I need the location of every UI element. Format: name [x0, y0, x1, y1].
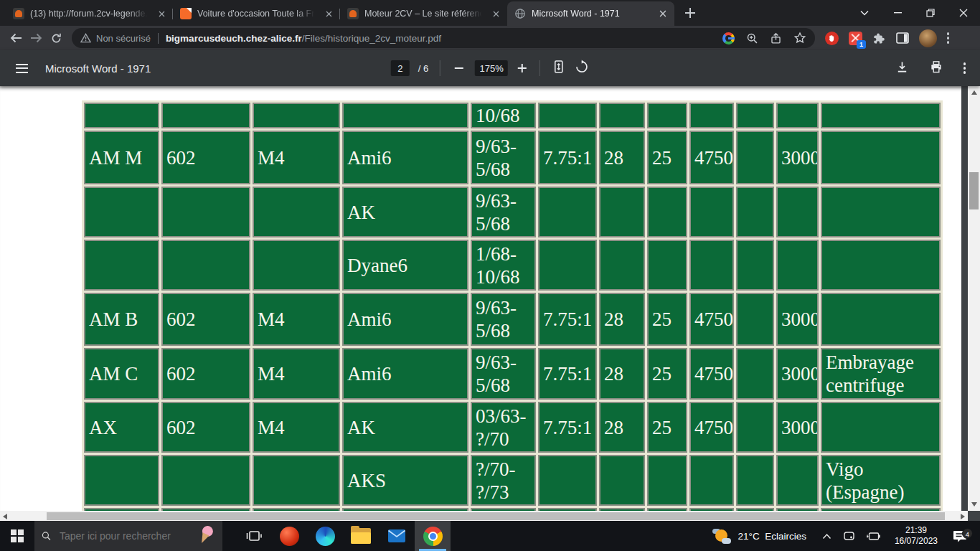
table-row: AM B602M4Ami69/63- 5/687.75:128254750300…: [84, 293, 941, 346]
zoom-out-button[interactable]: [452, 65, 466, 72]
vertical-scrollbar[interactable]: [968, 86, 980, 511]
scroll-up-arrow-icon[interactable]: [971, 90, 977, 95]
tab-close-icon[interactable]: [156, 8, 167, 19]
table-cell: [821, 103, 941, 128]
url-field[interactable]: Non sécurisé bigmarcusdeuch.chez-alice.f…: [72, 28, 815, 48]
table-cell: Ami6: [342, 131, 468, 184]
taskbar-app-red-browser[interactable]: [271, 521, 307, 551]
google-g-icon[interactable]: [722, 32, 735, 44]
table-cell: AKS: [342, 455, 468, 506]
table-cell: AK: [342, 187, 468, 237]
taskbar-app-edge[interactable]: [307, 521, 343, 551]
scroll-right-arrow-icon[interactable]: [961, 514, 965, 519]
toolbar-divider: [540, 60, 540, 76]
horizontal-scrollbar[interactable]: [0, 511, 968, 521]
table-cell: [84, 187, 159, 237]
tab-close-icon[interactable]: [323, 8, 334, 19]
table-row: AK9/63- 5/68: [84, 187, 941, 237]
back-button[interactable]: [6, 28, 26, 48]
rotate-button[interactable]: [575, 60, 589, 77]
table-cell: [599, 103, 645, 128]
search-icon: [42, 530, 51, 542]
taskbar-app-file-explorer[interactable]: [343, 521, 379, 551]
browser-tab-strip: (13) http://forum.2cv-legende.cor Voitur…: [0, 0, 980, 26]
extensions-puzzle-icon[interactable]: [872, 32, 886, 45]
new-tab-button[interactable]: [680, 3, 700, 23]
tab-pdf-active[interactable]: Microsoft Word - 1971: [507, 1, 674, 26]
table-cell: 9/63- 5/68: [471, 131, 536, 184]
table-cell: [736, 402, 774, 453]
zoom-indicator-icon[interactable]: [746, 32, 758, 44]
task-view-button[interactable]: [237, 521, 271, 551]
table-cell: 28: [599, 293, 645, 346]
tab-forum-2cv[interactable]: (13) http://forum.2cv-legende.cor: [6, 1, 173, 26]
tab-moteur-2cv[interactable]: Moteur 2CV – Le site référence su: [340, 1, 507, 26]
print-button[interactable]: [929, 60, 943, 77]
vertical-scrollbar-thumb[interactable]: [969, 172, 979, 209]
table-row: AM M602M4Ami69/63- 5/687.75:128254750300…: [84, 131, 941, 184]
table-cell: 9/63- 5/68: [471, 348, 536, 400]
back-arrow-icon: [10, 33, 22, 43]
url-path: /Files/historique_2cv_moteur.pdf: [302, 33, 441, 44]
tray-meet-now-icon[interactable]: [843, 531, 855, 541]
window-close-button[interactable]: [947, 0, 980, 26]
table-cell: [253, 103, 340, 128]
table-cell: [161, 240, 250, 291]
scroll-down-arrow-icon[interactable]: [971, 502, 977, 507]
tab-voiture-occasion[interactable]: Voiture d'occasion Toute la Franc: [173, 1, 340, 26]
start-button[interactable]: [0, 521, 34, 551]
folder-icon: [351, 528, 371, 544]
horizontal-scrollbar-thumb[interactable]: [47, 512, 945, 520]
reload-button[interactable]: [46, 28, 66, 48]
share-icon[interactable]: [770, 32, 782, 44]
zoom-level-input[interactable]: 175%: [475, 60, 508, 76]
scroll-left-arrow-icon[interactable]: [3, 514, 7, 519]
tab-search-button[interactable]: [848, 0, 881, 26]
tray-chevron-up-icon[interactable]: [822, 533, 831, 540]
action-center-button[interactable]: 4: [945, 530, 975, 542]
taskbar-app-chrome[interactable]: [415, 521, 451, 551]
window-minimize-button[interactable]: [881, 0, 914, 26]
table-cell: 4750: [689, 348, 734, 400]
page-number-input[interactable]: 2: [391, 60, 410, 76]
tab-title: Microsoft Word - 1971: [532, 9, 651, 19]
taskbar-search-box[interactable]: [34, 521, 222, 551]
red-extension-icon[interactable]: 1: [849, 32, 862, 45]
taskbar-app-mail[interactable]: [379, 521, 415, 551]
edge-icon: [316, 527, 335, 546]
fit-to-page-button[interactable]: [552, 60, 566, 77]
search-highlight-icecream-icon[interactable]: [194, 523, 219, 549]
fit-page-icon: [552, 60, 566, 74]
table-cell: [538, 103, 597, 128]
tab-close-icon[interactable]: [490, 8, 501, 19]
tray-battery-icon[interactable]: [867, 532, 880, 540]
reload-icon: [50, 32, 62, 44]
pdf-table: 10/68AM M602M4Ami69/63- 5/687.75:1282547…: [82, 100, 943, 511]
window-restore-button[interactable]: [914, 0, 947, 26]
pdf-page: 10/68AM M602M4Ami69/63- 5/687.75:1282547…: [0, 86, 961, 511]
pdf-more-kebab-icon[interactable]: [963, 62, 966, 73]
table-cell: M4: [253, 402, 340, 453]
pdf-viewer-content: 10/68AM M602M4Ami69/63- 5/687.75:1282547…: [0, 86, 980, 521]
search-input[interactable]: [58, 529, 191, 542]
adblocker-extension-icon[interactable]: [825, 32, 839, 45]
side-panel-icon[interactable]: [896, 32, 909, 44]
table-cell: 7.75:1: [538, 293, 597, 346]
profile-avatar[interactable]: [919, 29, 937, 47]
taskbar-clock[interactable]: 21:39 16/07/2023: [887, 525, 945, 547]
pdf-table-body: 10/68AM M602M4Ami69/63- 5/687.75:1282547…: [84, 103, 941, 511]
table-cell: [161, 187, 250, 237]
minimize-icon: [894, 12, 902, 14]
print-icon: [929, 60, 943, 74]
forward-button[interactable]: [26, 28, 46, 48]
table-cell: 28: [599, 348, 645, 400]
browser-menu-kebab-icon[interactable]: [947, 32, 949, 43]
zoom-in-button[interactable]: [517, 62, 528, 74]
taskbar-weather-widget[interactable]: 21°C Eclaircies: [704, 527, 814, 545]
tab-close-icon[interactable]: [657, 8, 669, 19]
download-button[interactable]: [895, 60, 909, 77]
bookmark-star-icon[interactable]: [793, 32, 806, 44]
table-cell: [84, 103, 159, 128]
red-browser-icon: [280, 527, 299, 546]
pdf-menu-hamburger-icon[interactable]: [16, 64, 28, 73]
